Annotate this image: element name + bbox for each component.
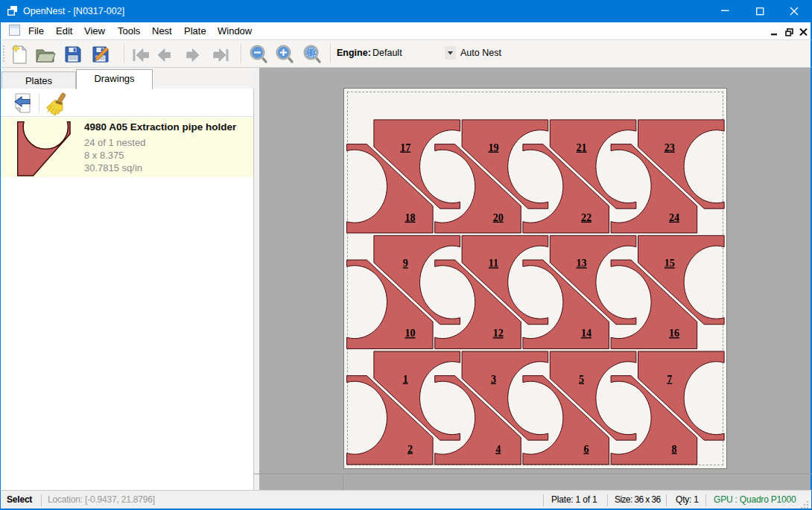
svg-text:17: 17 (400, 142, 410, 153)
svg-text:23: 23 (664, 142, 675, 153)
svg-text:18: 18 (405, 212, 416, 223)
svg-text:20: 20 (493, 212, 504, 223)
svg-text:9: 9 (403, 258, 408, 269)
svg-text:19: 19 (488, 142, 498, 153)
svg-text:6: 6 (583, 444, 589, 455)
svg-text:12: 12 (493, 328, 504, 339)
svg-text:10: 10 (405, 328, 416, 339)
svg-text:5: 5 (579, 374, 584, 385)
svg-text:21: 21 (577, 142, 587, 153)
svg-text:13: 13 (577, 258, 587, 269)
svg-text:2: 2 (407, 444, 413, 455)
svg-text:24: 24 (669, 212, 679, 223)
svg-text:7: 7 (667, 374, 672, 385)
svg-text:11: 11 (489, 258, 498, 269)
svg-text:1: 1 (403, 374, 408, 385)
svg-text:4: 4 (495, 444, 501, 455)
svg-text:14: 14 (581, 328, 591, 339)
svg-text:8: 8 (672, 444, 677, 455)
svg-text:15: 15 (664, 258, 675, 269)
svg-text:22: 22 (581, 212, 591, 223)
svg-text:3: 3 (491, 374, 496, 385)
svg-text:16: 16 (669, 328, 679, 339)
